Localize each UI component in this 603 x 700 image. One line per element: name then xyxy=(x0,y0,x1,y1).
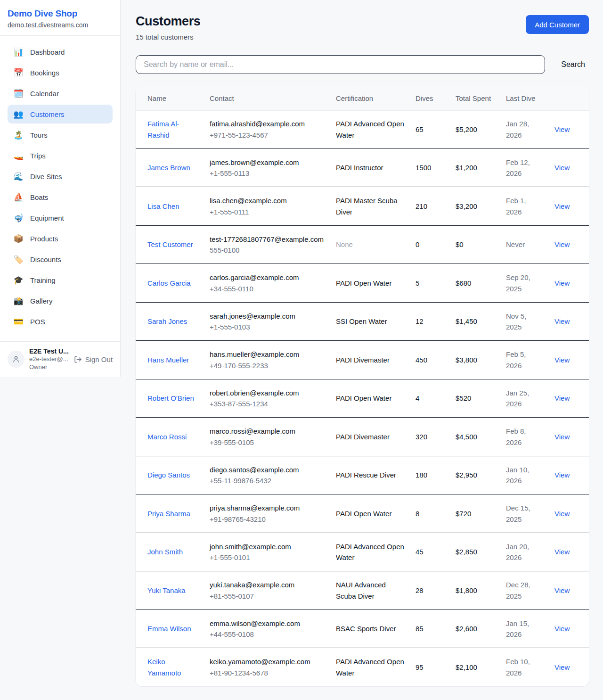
view-customer-link[interactable]: View xyxy=(554,279,570,287)
view-customer-link[interactable]: View xyxy=(554,471,570,479)
sidebar-item-label: Customers xyxy=(30,110,65,118)
camera-icon: 📸 xyxy=(13,297,24,305)
sidebar-item-gallery[interactable]: 📸Gallery xyxy=(8,291,113,310)
customer-last-dive: Feb 1, 2026 xyxy=(506,197,526,215)
sign-out-button[interactable]: Sign Out xyxy=(74,355,113,363)
customer-name-link[interactable]: Sarah Jones xyxy=(147,317,187,325)
search-input[interactable] xyxy=(136,55,545,74)
view-customer-link[interactable]: View xyxy=(554,202,570,210)
view-customer-link[interactable]: View xyxy=(554,548,570,556)
view-customer-link[interactable]: View xyxy=(554,240,570,248)
customer-email: carlos.garcia@example.com xyxy=(210,272,325,283)
customers-table: NameContactCertificationDivesTotal Spent… xyxy=(136,86,589,686)
page-title: Customers xyxy=(136,14,200,29)
sidebar-item-pos[interactable]: 💳POS xyxy=(8,312,113,331)
customer-certification: PADI Open Water xyxy=(336,279,391,287)
table-row: Carlos Garcia carlos.garcia@example.com … xyxy=(136,264,589,303)
sidebar-item-label: Training xyxy=(30,276,56,284)
view-customer-link[interactable]: View xyxy=(554,356,570,364)
view-customer-link[interactable]: View xyxy=(554,625,570,633)
sidebar-item-label: Dashboard xyxy=(30,48,65,56)
customer-name-link[interactable]: Diego Santos xyxy=(147,471,190,479)
people-icon: 👥 xyxy=(13,110,24,118)
view-customer-link[interactable]: View xyxy=(554,663,570,671)
customer-name-link[interactable]: Hans Mueller xyxy=(147,356,189,364)
sidebar-item-trips[interactable]: 🚤Trips xyxy=(8,146,113,165)
customer-total-spent: $3,200 xyxy=(456,202,477,210)
customer-name-link[interactable]: Yuki Tanaka xyxy=(147,586,186,594)
sidebar-item-label: Boats xyxy=(30,193,48,201)
customer-email: test-1772681807767@example.com xyxy=(210,234,325,245)
avatar xyxy=(8,351,24,368)
customers-table-card: NameContactCertificationDivesTotal Spent… xyxy=(136,86,589,686)
view-customer-link[interactable]: View xyxy=(554,433,570,441)
sidebar-item-boats[interactable]: ⛵Boats xyxy=(8,188,113,206)
customer-name-link[interactable]: James Brown xyxy=(147,164,190,172)
customer-phone: +971-55-123-4567 xyxy=(210,130,325,140)
customer-email: hans.mueller@example.com xyxy=(210,349,325,360)
view-customer-link[interactable]: View xyxy=(554,510,570,518)
sidebar-item-dive-sites[interactable]: 🌊Dive Sites xyxy=(8,167,113,186)
customer-certification: PADI Advanced Open Water xyxy=(336,658,404,676)
customer-dives: 320 xyxy=(416,433,427,441)
table-row: John Smith john.smith@example.com +1-555… xyxy=(136,533,589,571)
customer-name-link[interactable]: Carlos Garcia xyxy=(147,279,191,287)
package-icon: 📦 xyxy=(13,235,24,243)
customer-certification: PADI Divemaster xyxy=(336,356,390,364)
sidebar-item-dashboard[interactable]: 📊Dashboard xyxy=(8,42,113,61)
sidebar-item-label: Discounts xyxy=(30,255,61,264)
customer-email: diego.santos@example.com xyxy=(210,464,325,475)
customer-phone: +81-555-0107 xyxy=(210,591,325,601)
customer-name-link[interactable]: Robert O'Brien xyxy=(147,394,194,402)
customer-total-spent: $1,800 xyxy=(456,586,477,594)
table-row: James Brown james.brown@example.com +1-5… xyxy=(136,148,589,187)
table-row: Test Customer test-1772681807767@example… xyxy=(136,225,589,264)
sidebar-item-equipment[interactable]: 🤿Equipment xyxy=(8,208,113,227)
customer-name-link[interactable]: Marco Rossi xyxy=(147,433,187,441)
table-row: Sarah Jones sarah.jones@example.com +1-5… xyxy=(136,302,589,341)
customer-name-link[interactable]: Fatima Al-Rashid xyxy=(147,120,179,139)
customer-name-link[interactable]: Keiko Yamamoto xyxy=(147,658,181,676)
table-row: Emma Wilson emma.wilson@example.com +44-… xyxy=(136,609,589,648)
customer-certification: PADI Instructor xyxy=(336,164,383,172)
view-customer-link[interactable]: View xyxy=(554,586,570,594)
table-row: Yuki Tanaka yuki.tanaka@example.com +81-… xyxy=(136,571,589,610)
customer-certification: BSAC Sports Diver xyxy=(336,625,396,633)
customer-last-dive: Dec 15, 2025 xyxy=(506,504,530,523)
customer-total-spent: $680 xyxy=(456,279,471,287)
customer-dives: 12 xyxy=(416,317,424,325)
customer-name-link[interactable]: Priya Sharma xyxy=(147,510,190,518)
customer-name-link[interactable]: Lisa Chen xyxy=(147,202,179,210)
table-row: Robert O'Brien robert.obrien@example.com… xyxy=(136,379,589,418)
sidebar-item-calendar[interactable]: 🗓️Calendar xyxy=(8,84,113,103)
sidebar-item-label: Gallery xyxy=(30,297,53,305)
view-customer-link[interactable]: View xyxy=(554,125,570,133)
customer-phone: +44-555-0108 xyxy=(210,629,325,640)
customer-total-spent: $1,450 xyxy=(456,317,477,325)
tag-icon: 🏷️ xyxy=(13,255,24,264)
add-customer-button[interactable]: Add Customer xyxy=(526,15,589,34)
customer-phone: +1-555-0101 xyxy=(210,552,325,563)
customer-phone: +49-170-555-2233 xyxy=(210,360,325,371)
sidebar-item-customers[interactable]: 👥Customers xyxy=(8,105,113,124)
sidebar-item-discounts[interactable]: 🏷️Discounts xyxy=(8,250,113,269)
sidebar-item-bookings[interactable]: 📅Bookings xyxy=(8,63,113,82)
sidebar-item-tours[interactable]: 🏝️Tours xyxy=(8,125,113,144)
customer-certification: PADI Rescue Diver xyxy=(336,471,396,479)
customer-certification: PADI Master Scuba Diver xyxy=(336,197,398,215)
island-icon: 🏝️ xyxy=(13,131,24,139)
customer-phone: 555-0100 xyxy=(210,245,325,255)
sidebar-item-training[interactable]: 🎓Training xyxy=(8,271,113,289)
search-button[interactable]: Search xyxy=(557,60,589,69)
customer-name-link[interactable]: Test Customer xyxy=(147,240,193,248)
view-customer-link[interactable]: View xyxy=(554,394,570,402)
view-customer-link[interactable]: View xyxy=(554,164,570,172)
customer-name-link[interactable]: Emma Wilson xyxy=(147,625,191,633)
sidebar-item-label: Products xyxy=(30,235,58,243)
view-customer-link[interactable]: View xyxy=(554,317,570,325)
customer-phone: +81-90-1234-5678 xyxy=(210,667,325,678)
customer-phone: +1-555-0111 xyxy=(210,206,325,217)
customer-name-link[interactable]: John Smith xyxy=(147,548,183,556)
sidebar-item-products[interactable]: 📦Products xyxy=(8,229,113,248)
sidebar-item-label: POS xyxy=(30,318,45,326)
